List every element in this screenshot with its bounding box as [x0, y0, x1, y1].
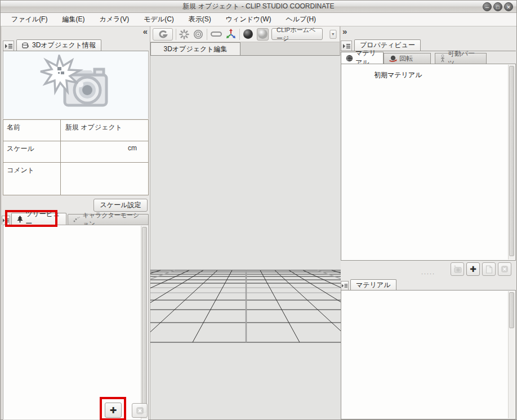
tab-material-sub[interactable]: マテリアル	[350, 279, 396, 290]
object-preview	[3, 51, 149, 119]
delete-object-button-disabled[interactable]	[132, 403, 148, 418]
table-row: スケール cm	[3, 141, 148, 163]
tree-tabs: ツリービュー キャラクターモーション	[2, 211, 149, 225]
menu-model[interactable]: モデル(C)	[136, 13, 181, 26]
tab-movable-parts[interactable]: 可動パーツ	[435, 53, 487, 64]
comment-value[interactable]	[61, 163, 148, 195]
material-detail-scrollbar[interactable]	[508, 291, 515, 418]
toolbar-separator	[207, 29, 207, 40]
panel-menu-icon[interactable]	[341, 281, 349, 290]
tree-vertical-scrollbar[interactable]	[141, 226, 148, 419]
panel-menu-icon[interactable]	[2, 216, 10, 225]
material-sphere-icon	[346, 55, 353, 62]
tab-rotation-label: 回転	[399, 54, 413, 64]
toolbar-separator	[239, 29, 240, 40]
table-row: 名前 新規 オブジェクト	[3, 120, 148, 141]
add-object-button[interactable]: ✚	[105, 403, 122, 418]
light-sphere-icon	[257, 29, 268, 39]
target-icon	[193, 29, 203, 39]
menu-view[interactable]: 表示(S)	[181, 13, 219, 26]
left-top-strip: «	[2, 26, 150, 38]
object-icon	[22, 42, 30, 49]
panel-menu-icon[interactable]	[3, 41, 14, 51]
expand-right-icon[interactable]: »	[342, 26, 347, 37]
tree-icon	[17, 216, 23, 223]
new-object-button[interactable]	[179, 28, 190, 41]
scale-value[interactable]: cm	[61, 141, 148, 162]
window-title: 新規 オブジェクト - CLIP STUDIO COORDINATE	[182, 2, 334, 11]
name-label: 名前	[3, 120, 61, 141]
menu-camera[interactable]: カメラ(V)	[92, 13, 136, 26]
table-row: コメント	[3, 163, 148, 195]
tab-character-motion[interactable]: キャラクターモーション	[68, 214, 149, 225]
property-tabs: マテリアル 回転 可動パーツ	[341, 51, 516, 64]
bone-display-button[interactable]	[210, 28, 222, 41]
material-subpanel-header: マテリアル	[341, 278, 516, 290]
center-panel: CLIPホームページ ▼ 3Dオブジェクト編集	[150, 26, 340, 419]
app-window: 新規 オブジェクト - CLIP STUDIO COORDINATE ─ □ ✕…	[0, 0, 517, 420]
toolbar-overflow-button[interactable]: ▼	[330, 30, 337, 39]
move-axis-icon	[225, 29, 237, 40]
tab-3d-object-edit[interactable]: 3Dオブジェクト編集	[150, 42, 240, 55]
menu-help[interactable]: ヘルプ(H)	[279, 13, 324, 26]
right-top-strip: »	[341, 26, 516, 38]
material-list-item[interactable]: 初期マテリアル	[341, 64, 515, 80]
material-list-scrollbar[interactable]	[508, 65, 515, 260]
minimize-button[interactable]: ─	[483, 2, 492, 11]
light-sphere-shading-button[interactable]	[257, 28, 269, 41]
tab-material-sub-label: マテリアル	[356, 280, 390, 290]
focus-target-button[interactable]	[193, 28, 204, 41]
clip-logo-icon	[155, 30, 170, 39]
comment-label: コメント	[3, 163, 61, 195]
floor-grid	[150, 56, 341, 419]
tab-rotation[interactable]: 回転	[384, 53, 431, 64]
left-panel: « 3Dオブジェクト情報	[2, 26, 150, 419]
toolbar-separator	[176, 29, 176, 40]
character-motion-icon	[73, 217, 80, 222]
title-bar[interactable]: 新規 オブジェクト - CLIP STUDIO COORDINATE ─ □ ✕	[1, 1, 516, 13]
document-tab-bar: 3Dオブジェクト編集	[150, 42, 340, 56]
move-axis-button[interactable]	[225, 28, 237, 41]
tab-3d-object-info[interactable]: 3Dオブジェクト情報	[16, 39, 101, 51]
menu-window[interactable]: ウィンドウ(W)	[219, 13, 279, 26]
toolbar: CLIPホームページ ▼	[150, 26, 340, 42]
tab-3d-object-info-label: 3Dオブジェクト情報	[32, 41, 96, 50]
bone-icon	[210, 30, 222, 38]
scale-label: スケール	[3, 141, 61, 162]
material-detail-area[interactable]	[341, 290, 516, 419]
scale-setting-button[interactable]: スケール設定	[93, 199, 148, 212]
rotation-icon	[389, 55, 397, 62]
menu-edit[interactable]: 編集(E)	[55, 13, 92, 26]
dark-sphere-icon	[243, 29, 253, 39]
tree-bottom-bar	[2, 401, 150, 419]
menu-bar: ファイル(F) 編集(E) カメラ(V) モデル(C) 表示(S) ウィンドウ(…	[1, 13, 516, 26]
splitter-handle[interactable]: ·····	[341, 271, 516, 276]
menu-file[interactable]: ファイル(F)	[4, 13, 55, 26]
close-button[interactable]: ✕	[504, 2, 513, 11]
dark-sphere-shading-button[interactable]	[243, 28, 254, 41]
tree-view-area[interactable]	[3, 225, 149, 420]
tab-material[interactable]: マテリアル	[341, 52, 384, 64]
clip-logo-button[interactable]	[153, 28, 173, 41]
maximize-button[interactable]: □	[493, 2, 502, 11]
camera-placeholder-icon	[34, 55, 118, 115]
name-value[interactable]: 新規 オブジェクト	[61, 120, 148, 141]
window-controls: ─ □ ✕	[483, 2, 513, 11]
object-info-table: 名前 新規 オブジェクト スケール cm コメント	[3, 119, 149, 195]
clip-homepage-button[interactable]: CLIPホームページ	[271, 28, 323, 40]
panel-menu-icon[interactable]	[341, 41, 352, 51]
right-panel: » プロパティビュー マテリアル 回転	[341, 26, 516, 419]
movable-parts-icon	[440, 55, 445, 62]
3d-viewport[interactable]	[150, 56, 341, 419]
object-info-header: 3Dオブジェクト情報	[3, 38, 149, 51]
sparkle-icon	[179, 29, 189, 39]
tab-tree-view[interactable]: ツリービュー	[11, 213, 66, 225]
collapse-left-icon[interactable]: «	[143, 26, 148, 37]
material-list[interactable]: 初期マテリアル	[341, 64, 516, 261]
